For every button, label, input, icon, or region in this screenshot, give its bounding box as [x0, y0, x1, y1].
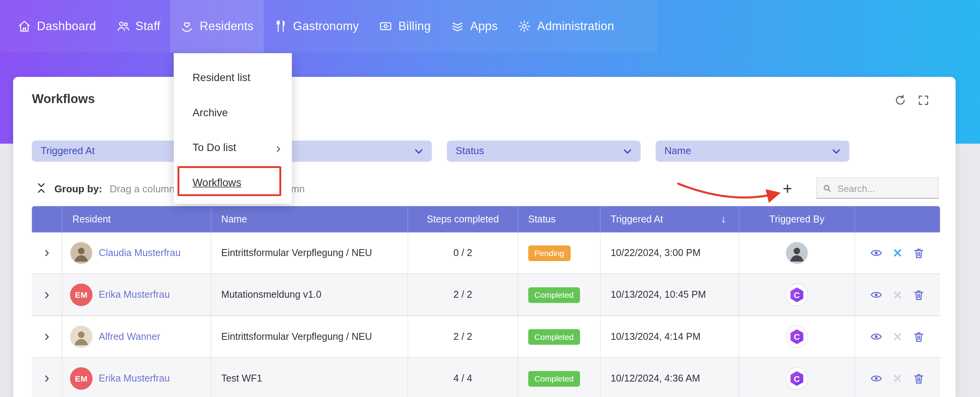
table-row[interactable]: › Claudia Musterfrau Eintrittsformular V…	[32, 232, 940, 274]
steps-completed: 2 / 2	[408, 316, 518, 357]
menu-item-to-do-list[interactable]: To Do list ›	[174, 131, 292, 166]
resident-avatar: EM	[70, 283, 92, 306]
triggered-at: 10/12/2024, 4:36 AM	[601, 358, 739, 397]
delete-button[interactable]	[912, 331, 925, 343]
search-box[interactable]	[816, 177, 939, 198]
header-triggered-at[interactable]: Triggered At ↓	[601, 206, 739, 232]
steps-completed: 0 / 2	[408, 232, 518, 274]
search-input[interactable]	[836, 182, 932, 194]
header-steps-completed[interactable]: Steps completed	[408, 206, 518, 232]
filter-name[interactable]: Name	[656, 141, 849, 162]
menu-item-label: To Do list	[192, 142, 236, 154]
table-row[interactable]: › Alfred Wanner Eintrittsformular Verpfl…	[32, 316, 940, 358]
view-button[interactable]	[870, 372, 882, 385]
expand-row-icon[interactable]: ›	[44, 328, 49, 343]
filter-status[interactable]: Status	[447, 141, 640, 162]
page-title: Workflows	[32, 92, 95, 106]
resident-avatar	[70, 242, 92, 264]
cancel-workflow-button: ✕	[893, 331, 903, 343]
hexagon-logo-icon: C	[788, 285, 806, 304]
table-row[interactable]: › EM Erika Musterfrau Test WF1 4 / 4 Com…	[32, 358, 940, 397]
header-label: Triggered At	[611, 214, 663, 225]
header-resident[interactable]: Resident	[63, 206, 211, 232]
status-badge: Completed	[528, 287, 580, 302]
filter-row: Triggered At Status Name	[32, 141, 849, 162]
triggered-by-avatar	[786, 242, 808, 264]
nav-item-residents[interactable]: Residents	[170, 0, 264, 53]
add-workflow-button[interactable]: +	[777, 178, 798, 199]
menu-item-archive[interactable]: Archive	[174, 95, 292, 131]
expand-row-icon[interactable]: ›	[44, 287, 49, 302]
nav-item-staff[interactable]: Staff	[106, 0, 170, 53]
refresh-icon	[894, 94, 906, 106]
gear-icon	[518, 19, 532, 33]
cancel-workflow-button: ✕	[893, 289, 903, 301]
billing-icon	[379, 19, 393, 33]
group-by-label: Group by:	[54, 184, 102, 195]
trash-icon	[912, 331, 925, 343]
header-triggered-by[interactable]: Triggered By	[739, 206, 855, 232]
nav-label: Administration	[537, 19, 614, 33]
heart-hand-icon	[180, 19, 194, 33]
menu-item-workflows[interactable]: Workflows	[174, 166, 292, 201]
sort-desc-icon[interactable]: ↓	[721, 213, 726, 226]
cancel-workflow-button[interactable]: ✕	[893, 247, 903, 259]
view-button[interactable]	[870, 288, 882, 301]
steps-completed: 4 / 4	[408, 358, 518, 397]
delete-button[interactable]	[912, 372, 925, 385]
nav-item-gastronomy[interactable]: Gastronomy	[264, 0, 369, 53]
svg-text:C: C	[794, 374, 800, 384]
fullscreen-icon	[917, 94, 929, 106]
header-status[interactable]: Status	[518, 206, 601, 232]
view-button[interactable]	[870, 247, 882, 259]
resident-name-link[interactable]: Alfred Wanner	[99, 331, 160, 342]
collapse-all-icon[interactable]	[36, 182, 47, 197]
app-logo-avatar: C	[786, 326, 808, 348]
refresh-button[interactable]	[894, 94, 906, 109]
app-logo-avatar: C	[786, 367, 808, 390]
status-badge: Completed	[528, 371, 580, 386]
workflows-table: Resident Name Steps completed Status Tri…	[32, 206, 940, 397]
expand-row-icon[interactable]: ›	[44, 370, 49, 385]
nav-label: Apps	[470, 19, 498, 33]
app-logo-avatar: C	[786, 283, 808, 306]
header-actions	[855, 206, 940, 232]
resident-name-link[interactable]: Erika Musterfrau	[99, 289, 170, 300]
nav-item-apps[interactable]: Apps	[441, 0, 508, 53]
nav-label: Billing	[398, 19, 431, 33]
eye-icon	[870, 288, 882, 301]
utensils-icon	[274, 19, 288, 33]
delete-button[interactable]	[912, 288, 925, 301]
table-header-row: Resident Name Steps completed Status Tri…	[32, 206, 940, 232]
trash-icon	[912, 247, 925, 259]
nav-label: Gastronomy	[293, 19, 359, 33]
nav-item-administration[interactable]: Administration	[508, 0, 624, 53]
resident-avatar	[70, 326, 92, 348]
view-button[interactable]	[870, 331, 882, 343]
chevron-down-icon	[832, 148, 841, 154]
menu-item-resident-list[interactable]: Resident list	[174, 61, 292, 96]
resident-name-link[interactable]: Claudia Musterfrau	[99, 247, 181, 258]
header-name[interactable]: Name	[211, 206, 408, 232]
workflows-panel: Workflows Triggered At Status	[13, 77, 956, 397]
eye-icon	[870, 372, 882, 385]
expand-row-icon[interactable]: ›	[44, 244, 49, 260]
status-badge: Pending	[528, 245, 571, 261]
residents-dropdown-menu: Resident list Archive To Do list › Workf…	[174, 53, 292, 204]
delete-button[interactable]	[912, 247, 925, 259]
top-navigation: Dashboard Staff Residents Gastronomy	[0, 0, 980, 53]
filter-label: Name	[664, 146, 691, 157]
steps-completed: 2 / 2	[408, 274, 518, 316]
header-expand	[32, 206, 62, 232]
nav-item-dashboard[interactable]: Dashboard	[7, 0, 106, 53]
workflow-name: Eintrittsformular Verpflegung / NEU	[211, 232, 408, 274]
resident-name-link[interactable]: Erika Musterfrau	[99, 373, 170, 384]
nav-item-billing[interactable]: Billing	[369, 0, 441, 53]
triggered-at: 10/13/2024, 4:14 PM	[601, 316, 739, 357]
nav-label: Dashboard	[37, 19, 96, 33]
home-icon	[17, 19, 31, 33]
fullscreen-button[interactable]	[917, 94, 929, 109]
table-row[interactable]: › EM Erika Musterfrau Mutationsmeldung v…	[32, 274, 940, 316]
menu-item-label: Workflows	[192, 177, 241, 189]
submenu-chevron-icon: ›	[276, 141, 281, 155]
